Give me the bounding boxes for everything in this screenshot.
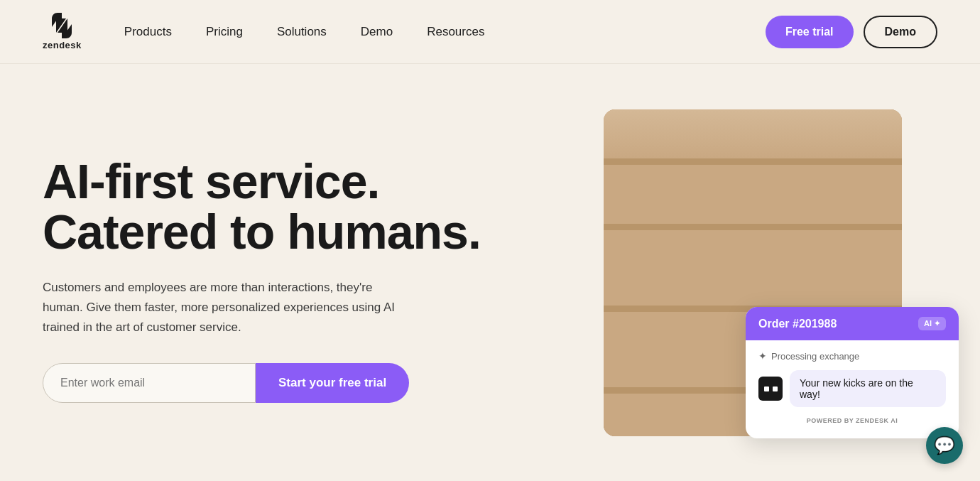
free-trial-button[interactable]: Free trial <box>766 16 854 48</box>
bot-eye-left <box>764 387 769 391</box>
email-input[interactable] <box>43 363 256 403</box>
logo[interactable]: zendesk <box>43 13 82 50</box>
logo-text: zendesk <box>43 40 82 50</box>
nav-solutions[interactable]: Solutions <box>277 25 327 39</box>
nav-pricing[interactable]: Pricing <box>206 25 243 39</box>
message-bubble: Your new kicks are on the way! <box>790 370 946 407</box>
hero-right: Order #201988 AI ✦ ✦ Processing exchange… <box>568 64 937 481</box>
chat-card-header: Order #201988 AI ✦ <box>746 307 959 340</box>
chat-card-body: ✦ Processing exchange Your new kicks are… <box>746 340 959 438</box>
nav-actions: Free trial Demo <box>766 16 937 48</box>
message-row: Your new kicks are on the way! <box>758 370 946 407</box>
hero-left: AI-first service. Catered to humans. Cus… <box>43 142 568 403</box>
hero-subtitle: Customers and employees are more than in… <box>43 278 412 337</box>
bot-avatar <box>758 377 783 401</box>
powered-by: POWERED BY ZENDESK AI <box>758 417 946 428</box>
chat-card: Order #201988 AI ✦ ✦ Processing exchange… <box>746 307 959 438</box>
chat-bubble-button[interactable]: 💬 <box>926 427 963 464</box>
cta-row: Start your free trial <box>43 363 540 403</box>
nav-resources[interactable]: Resources <box>427 25 484 39</box>
bot-eyes <box>764 387 778 391</box>
header: zendesk Products Pricing Solutions Demo … <box>0 0 980 64</box>
bot-eye-right <box>773 387 778 391</box>
processing-text: Processing exchange <box>771 351 859 362</box>
processing-icon: ✦ <box>758 350 767 362</box>
nav-products[interactable]: Products <box>124 25 172 39</box>
start-trial-button[interactable]: Start your free trial <box>256 363 409 403</box>
demo-button[interactable]: Demo <box>864 16 937 48</box>
processing-row: ✦ Processing exchange <box>758 350 946 362</box>
hero-title: AI-first service. Catered to humans. <box>43 156 540 258</box>
order-number: Order #201988 <box>758 318 837 330</box>
ai-badge: AI ✦ <box>918 317 946 330</box>
main-content: AI-first service. Catered to humans. Cus… <box>0 64 980 481</box>
logo-icon <box>46 13 77 38</box>
nav-demo[interactable]: Demo <box>361 25 393 39</box>
chat-bubble-icon: 💬 <box>934 436 955 455</box>
main-nav: Products Pricing Solutions Demo Resource… <box>124 25 766 39</box>
